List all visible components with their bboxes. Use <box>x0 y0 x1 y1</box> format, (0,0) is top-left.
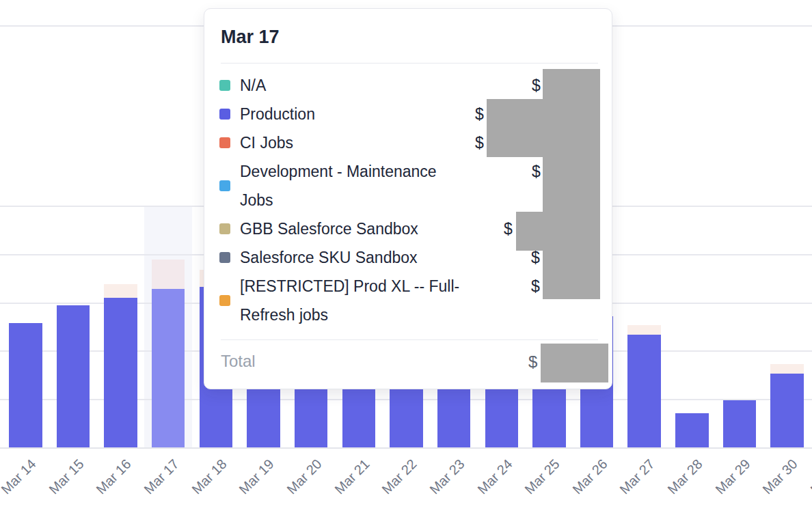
bar-segment-production[interactable] <box>770 374 804 448</box>
value-currency-sign: $ <box>531 277 540 296</box>
bar-segment-production[interactable] <box>675 413 709 448</box>
bar-segment-ci-jobs[interactable] <box>627 325 661 335</box>
tooltip-row-ci-jobs: CI Jobs <box>219 128 293 157</box>
x-axis-label: Mar 27 <box>617 456 658 497</box>
bar-segment-ci-jobs[interactable] <box>104 284 137 298</box>
x-axis-line <box>0 447 812 449</box>
x-axis-label: Mar 21 <box>331 456 373 497</box>
tooltip-total-label: Total <box>221 352 256 371</box>
tooltip-row-label: Salesforce SKU Sandbox <box>240 243 418 272</box>
bar-segment-production[interactable] <box>723 400 757 448</box>
bar-segment-production[interactable] <box>152 289 185 448</box>
x-axis-label: Mar 25 <box>522 456 563 497</box>
value-currency-sign: $ <box>504 220 513 238</box>
ci-jobs-series-chip <box>219 137 230 148</box>
sku-sandbox-series-chip <box>219 252 230 263</box>
x-axis-label: Mar 22 <box>379 456 420 497</box>
x-axis-label: Mar 19 <box>236 456 277 497</box>
redacted-value-gbb <box>516 212 600 251</box>
tooltip-title: Mar 17 <box>221 27 280 48</box>
x-axis-label: Mar 29 <box>712 456 753 497</box>
x-axis-label: Mar 20 <box>284 456 325 497</box>
redacted-value-total <box>541 344 608 382</box>
total-currency-sign: $ <box>528 352 537 371</box>
production-series-chip <box>219 109 230 120</box>
bar-segment-production[interactable] <box>9 323 42 448</box>
x-axis-label: Mar 30 <box>760 456 801 497</box>
x-axis-label: Mar 26 <box>569 456 610 497</box>
tooltip-row-label: Production <box>240 100 315 128</box>
na-series-chip <box>219 80 230 91</box>
chart-tooltip: Mar 17 N/A Production CI Jobs Developmen… <box>204 8 612 389</box>
tooltip-divider-top <box>221 63 598 64</box>
tooltip-row-sku-sandbox: Salesforce SKU Sandbox <box>219 243 418 272</box>
value-currency-sign: $ <box>532 76 541 95</box>
dev-maintenance-series-chip <box>219 180 230 191</box>
x-axis-label: Mar 18 <box>189 456 230 497</box>
cost-chart-page: { "tooltip": { "title": "Mar 17", "value… <box>0 0 812 515</box>
x-axis-label: Mar 14 <box>0 456 40 497</box>
tooltip-row-label: GBB Salesforce Sandbox <box>240 214 418 243</box>
redacted-value-production-ci <box>487 99 600 157</box>
tooltip-row-production: Production <box>219 100 315 128</box>
bar-segment-ci-jobs[interactable] <box>770 364 804 374</box>
value-currency-sign: $ <box>475 134 484 152</box>
x-axis-label: Mar 28 <box>664 456 705 497</box>
value-currency-sign: $ <box>531 249 540 267</box>
x-axis-label: Mar 23 <box>427 456 468 497</box>
bar-segment-ci-jobs[interactable] <box>152 260 185 289</box>
tooltip-row-restricted-prod-xl: [RESTRICTED] Prod XL -- Full-Refresh job… <box>219 272 493 329</box>
bar-segment-production[interactable] <box>57 305 90 448</box>
x-axis-label: Mar 17 <box>141 456 182 497</box>
tooltip-row-label: [RESTRICTED] Prod XL -- Full-Refresh job… <box>240 272 493 329</box>
bar-segment-production[interactable] <box>627 335 661 448</box>
x-axis-label: Mar 15 <box>46 456 87 497</box>
gbb-sandbox-series-chip <box>219 223 230 234</box>
tooltip-row-label: N/A <box>240 71 266 100</box>
tooltip-row-dev-maintenance: Development - Maintenance Jobs <box>219 157 472 214</box>
tooltip-row-label: Development - Maintenance Jobs <box>240 157 472 214</box>
value-currency-sign: $ <box>532 163 541 181</box>
x-axis-label: Mar 31 <box>807 456 812 497</box>
x-axis-label: Mar 16 <box>94 456 135 497</box>
tooltip-row-gbb-sandbox: GBB Salesforce Sandbox <box>219 214 418 243</box>
tooltip-divider-total <box>221 339 598 340</box>
bar-segment-production[interactable] <box>104 298 137 448</box>
value-currency-sign: $ <box>475 105 484 124</box>
tooltip-row-label: CI Jobs <box>240 128 293 157</box>
tooltip-row-na: N/A <box>219 71 266 100</box>
restricted-prod-xl-series-chip <box>219 295 230 306</box>
x-axis-label: Mar 24 <box>474 456 515 497</box>
